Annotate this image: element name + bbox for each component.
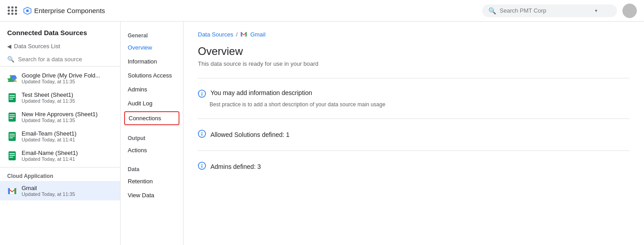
middle-nav-panel: General Overview Information Solutions A… <box>121 22 183 245</box>
svg-rect-22 <box>9 136 15 136</box>
sidebar-group-label-cloud: Cloud Application <box>0 169 120 181</box>
nav-item-view-data[interactable]: View Data <box>121 188 183 202</box>
search-dropdown-arrow[interactable]: ▾ <box>595 8 597 13</box>
gdrive-icon <box>7 73 17 83</box>
middle-data-label: Data <box>121 163 183 174</box>
app-logo: Enterprise Components <box>23 7 105 15</box>
stat-admins-text: Admins defined: 3 <box>210 163 261 170</box>
stat-icon-2 <box>198 162 206 172</box>
back-arrow-icon: ◀ <box>7 43 11 50</box>
stat-admins: Admins defined: 3 <box>198 158 630 175</box>
page-subtitle: This data source is ready for use in you… <box>198 60 630 67</box>
info-card-desc: Best practice is to add a short descript… <box>210 101 630 108</box>
sidebar-item-emailteam-text: Email-Team (Sheet1) Updated Today, at 11… <box>22 130 76 142</box>
stat-allowed-solutions-text: Allowed Solutions defined: 1 <box>210 131 290 138</box>
sidebar-divider <box>0 167 120 168</box>
divider-2 <box>198 118 630 119</box>
info-icon-1 <box>198 90 206 100</box>
sidebar-search-bar[interactable]: 🔍 <box>0 52 120 67</box>
global-search-bar[interactable]: 🔍 ▾ <box>482 5 617 17</box>
sidebar-item-testsheet[interactable]: Test Sheet (Sheet1) Updated Today, at 11… <box>0 88 120 107</box>
sidebar-item-emailteam[interactable]: Email-Team (Sheet1) Updated Today, at 11… <box>0 127 120 146</box>
nav-item-audit-log[interactable]: Audit Log <box>121 96 183 110</box>
breadcrumb-current: Gmail <box>250 31 265 38</box>
svg-rect-19 <box>9 118 13 119</box>
gmail-icon <box>7 186 17 196</box>
nav-item-retention[interactable]: Retention <box>121 174 183 188</box>
nav-item-overview[interactable]: Overview <box>121 41 183 54</box>
nav-item-connections[interactable]: Connections <box>124 111 179 125</box>
sidebar-item-gmail-text: Gmail Updated Today, at 11:35 <box>22 185 75 197</box>
gsheet-icon-3 <box>7 132 17 141</box>
svg-rect-15 <box>9 99 13 100</box>
sidebar-item-emailname-text: Email-Name (Sheet1) Updated Today, at 11… <box>22 150 78 162</box>
sidebar-item-gmail[interactable]: Gmail Updated Today, at 11:35 <box>0 181 120 200</box>
page-title: Overview <box>198 45 630 58</box>
svg-rect-18 <box>9 116 15 117</box>
sidebar-group-0: Google Drive (My Drive Fold... Updated T… <box>0 68 120 165</box>
sidebar-item-gdrive-text: Google Drive (My Drive Fold... Updated T… <box>22 72 100 84</box>
svg-point-35 <box>201 92 202 93</box>
nav-item-actions[interactable]: Actions <box>121 143 183 157</box>
logo-icon <box>23 7 31 15</box>
svg-rect-21 <box>9 134 15 135</box>
sidebar-item-newhire[interactable]: New Hire Approvers (Sheet1) Updated Toda… <box>0 107 120 127</box>
svg-point-38 <box>201 132 202 133</box>
divider-1 <box>198 78 630 78</box>
breadcrumb: Data Sources / Gmail <box>198 31 630 38</box>
svg-rect-13 <box>9 95 15 96</box>
stat-allowed-solutions: Allowed Solutions defined: 1 <box>198 126 630 143</box>
nav-item-admins[interactable]: Admins <box>121 82 183 96</box>
gsheet-icon-2 <box>7 112 17 122</box>
nav-item-information[interactable]: Information <box>121 54 183 68</box>
global-search-input[interactable] <box>500 7 590 14</box>
sidebar-search-input[interactable] <box>18 56 113 63</box>
svg-rect-17 <box>9 114 15 115</box>
info-card-row: You may add information description <box>198 89 630 100</box>
user-avatar[interactable] <box>622 4 637 18</box>
svg-point-41 <box>201 164 202 165</box>
main-layout: Connected Data Sources ◀ Data Sources Li… <box>0 22 644 245</box>
sidebar-back-button[interactable]: ◀ Data Sources List <box>0 40 120 52</box>
breadcrumb-sep: / <box>236 31 238 38</box>
svg-rect-14 <box>9 97 15 98</box>
stat-icon-1 <box>198 130 206 140</box>
divider-3 <box>198 150 630 151</box>
svg-point-1 <box>26 9 29 12</box>
info-card: You may add information description Best… <box>198 86 630 111</box>
nav-item-solutions-access[interactable]: Solutions Access <box>121 68 183 82</box>
svg-rect-27 <box>9 157 13 158</box>
sidebar-item-gdrive[interactable]: Google Drive (My Drive Fold... Updated T… <box>0 68 120 88</box>
svg-rect-26 <box>9 155 15 156</box>
svg-rect-33 <box>246 32 247 36</box>
gsheet-icon-4 <box>7 151 17 161</box>
svg-rect-32 <box>241 32 242 36</box>
svg-rect-25 <box>9 153 15 154</box>
sidebar-item-emailname[interactable]: Email-Name (Sheet1) Updated Today, at 11… <box>0 146 120 165</box>
sidebar-section-title: Connected Data Sources <box>0 22 120 40</box>
breadcrumb-gmail-icon <box>240 31 247 38</box>
right-content-area: Data Sources / Gmail Overview This data … <box>183 22 644 245</box>
app-name: Enterprise Components <box>34 7 105 14</box>
sidebar-item-newhire-text: New Hire Approvers (Sheet1) Updated Toda… <box>22 111 98 123</box>
middle-general-label: General <box>121 29 183 41</box>
sidebar-item-testsheet-text: Test Sheet (Sheet1) Updated Today, at 11… <box>22 91 75 104</box>
sidebar-search-icon: 🔍 <box>7 56 14 63</box>
gsheet-icon-1 <box>7 93 17 103</box>
svg-rect-23 <box>9 137 13 138</box>
breadcrumb-parent[interactable]: Data Sources <box>198 31 233 38</box>
left-sidebar: Connected Data Sources ◀ Data Sources Li… <box>0 22 121 245</box>
search-icon: 🔍 <box>488 7 496 14</box>
sidebar-back-label: Data Sources List <box>14 43 60 50</box>
info-card-title: You may add information description <box>210 89 312 96</box>
middle-output-label: Output <box>121 132 183 143</box>
grid-menu-icon[interactable] <box>7 5 18 16</box>
top-nav: Enterprise Components 🔍 ▾ <box>0 0 644 22</box>
sidebar-group-cloud: Cloud Application Gmail Updated Today, <box>0 165 120 200</box>
